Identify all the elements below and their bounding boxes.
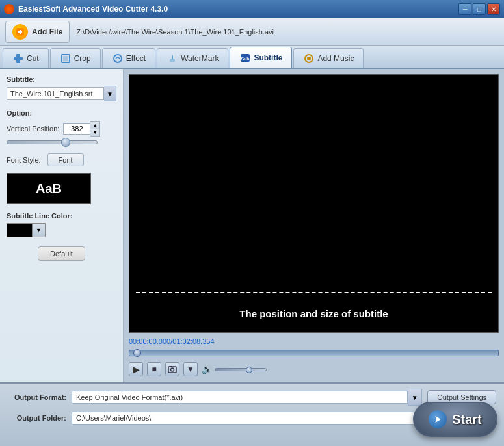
font-style-row: Font Style: Font — [7, 153, 116, 166]
option-label: Option: — [7, 109, 116, 117]
subtitle-section-label: Subtitle: — [7, 75, 116, 83]
tab-crop[interactable]: Crop — [50, 48, 101, 68]
default-button[interactable]: Default — [38, 246, 85, 261]
subtitle-dashed-line — [136, 292, 492, 293]
progress-thumb[interactable] — [133, 349, 141, 357]
file-path: Z:\D\Video\wire\The Wire\Season 1\The_Wi… — [76, 28, 274, 36]
vertical-pos-label: Vertical Position: — [7, 125, 59, 133]
effect-icon — [112, 53, 124, 64]
tab-add-music-label: Add Music — [317, 54, 354, 63]
title-bar: EasiestSoft Advanced Video Cutter 4.3.0 … — [0, 0, 504, 18]
add-file-icon — [12, 24, 28, 40]
app-title: EasiestSoft Advanced Video Cutter 4.3.0 — [18, 5, 168, 14]
add-file-button[interactable]: Add File — [5, 21, 70, 43]
play-button[interactable]: ▶ — [129, 362, 143, 376]
start-icon — [429, 410, 447, 428]
cut-icon — [12, 53, 24, 64]
font-preview-box: AaB — [7, 173, 91, 204]
subtitle-overlay: The position and size of subtitle — [129, 308, 498, 319]
time-total: 01:02:08.354 — [172, 337, 214, 345]
svg-point-12 — [171, 368, 174, 371]
vertical-pos-row: Vertical Position: ▲ ▼ — [7, 121, 116, 137]
time-current: 00:00:00.000 — [129, 337, 170, 345]
svg-text:Sub: Sub — [241, 57, 250, 61]
vertical-pos-slider[interactable] — [7, 140, 98, 144]
volume-thumb[interactable] — [246, 367, 252, 373]
spinner-up[interactable]: ▲ — [90, 122, 99, 129]
output-folder-label: Output Folder: — [8, 414, 66, 422]
tab-subtitle-label: Subtitle — [254, 53, 282, 62]
watermark-icon — [166, 53, 178, 64]
svg-point-5 — [114, 55, 122, 62]
subtitle-file-input[interactable] — [7, 87, 104, 100]
start-button[interactable]: Start — [413, 402, 497, 437]
folder-input[interactable] — [72, 412, 460, 425]
tabs-bar: Cut Crop Effect WaterMark — [0, 46, 504, 69]
screenshot-dropdown[interactable]: ▼ — [183, 362, 198, 376]
volume-control: 🔊 — [202, 364, 499, 374]
tab-watermark[interactable]: WaterMark — [157, 48, 228, 68]
preview-text: AaB — [36, 181, 62, 196]
tab-watermark-label: WaterMark — [181, 54, 219, 63]
tab-subtitle[interactable]: Sub Subtitle — [230, 47, 292, 68]
bottom-section: Output Format: ▼ Output Settings Output … — [0, 382, 504, 446]
svg-point-10 — [307, 57, 311, 60]
color-dropdown-btn[interactable]: ▼ — [33, 223, 46, 237]
vertical-pos-input[interactable] — [63, 123, 90, 135]
subtitle-dropdown-arrow[interactable]: ▼ — [104, 86, 116, 101]
close-button[interactable]: ✕ — [487, 3, 500, 15]
playback-controls: ▶ ■ ▼ 🔊 — [129, 361, 499, 377]
slider-thumb[interactable] — [61, 138, 70, 147]
video-area: The position and size of subtitle — [129, 74, 499, 333]
spinner-buttons[interactable]: ▲ ▼ — [90, 121, 100, 137]
add-music-icon — [303, 53, 315, 64]
format-select-wrap: ▼ — [72, 389, 422, 406]
font-style-label: Font Style: — [7, 156, 41, 164]
output-format-label: Output Format: — [8, 393, 66, 401]
tab-cut[interactable]: Cut — [3, 48, 49, 68]
subtitle-color-label: Subtitle Line Color: — [7, 212, 116, 220]
minimize-button[interactable]: ─ — [458, 3, 471, 15]
start-label: Start — [452, 412, 482, 427]
slider-row — [7, 140, 116, 144]
maximize-button[interactable]: □ — [473, 3, 486, 15]
font-button[interactable]: Font — [47, 153, 84, 166]
svg-rect-4 — [63, 56, 68, 61]
subtitle-position-text: The position and size of subtitle — [239, 308, 388, 319]
tab-effect-label: Effect — [126, 54, 146, 63]
window-controls: ─ □ ✕ — [458, 3, 500, 15]
vertical-pos-spinner[interactable]: ▲ ▼ — [63, 121, 100, 137]
toolbar: Add File Z:\D\Video\wire\The Wire\Season… — [0, 18, 504, 46]
start-button-wrap: Start — [413, 402, 497, 437]
tab-crop-label: Crop — [74, 54, 91, 63]
screenshot-button[interactable] — [165, 362, 179, 376]
tab-effect[interactable]: Effect — [102, 48, 155, 68]
time-row: 00:00:00.000 / 01:02:08.354 — [129, 335, 499, 347]
svg-point-6 — [170, 59, 175, 62]
svg-rect-13 — [170, 366, 172, 367]
crop-icon — [60, 53, 72, 64]
format-select[interactable] — [72, 391, 408, 404]
volume-icon: 🔊 — [202, 364, 213, 374]
app-icon — [4, 4, 14, 14]
svg-rect-2 — [16, 54, 20, 63]
subtitle-icon: Sub — [239, 52, 251, 64]
tab-add-music[interactable]: Add Music — [293, 48, 364, 68]
color-row: ▼ — [7, 223, 116, 237]
right-panel: The position and size of subtitle 00:00:… — [124, 69, 504, 382]
stop-button[interactable]: ■ — [147, 362, 161, 376]
main-content: Subtitle: ▼ Option: Vertical Position: ▲… — [0, 69, 504, 382]
add-file-label: Add File — [32, 27, 62, 36]
spinner-down[interactable]: ▼ — [90, 129, 99, 136]
volume-track[interactable] — [215, 368, 267, 371]
subtitle-dropdown[interactable]: ▼ — [7, 86, 116, 101]
tab-cut-label: Cut — [27, 54, 39, 63]
color-swatch[interactable] — [7, 223, 33, 237]
left-panel: Subtitle: ▼ Option: Vertical Position: ▲… — [0, 69, 124, 382]
progress-bar[interactable] — [129, 350, 499, 356]
